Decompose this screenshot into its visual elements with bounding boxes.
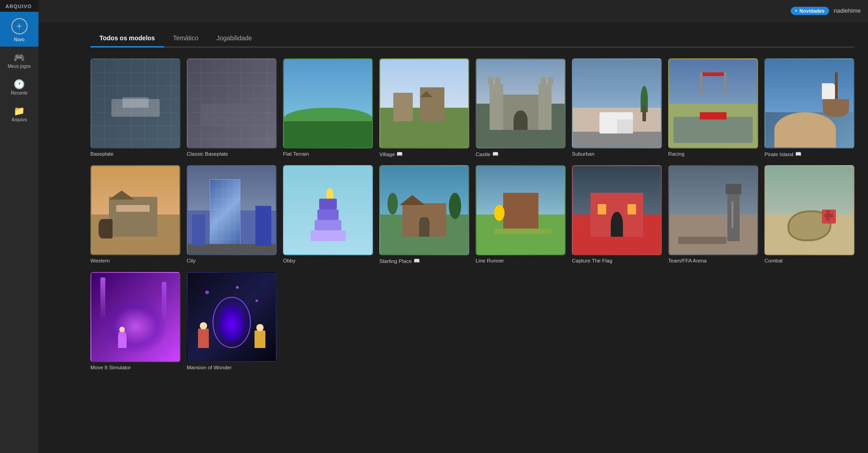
template-baseplate[interactable]: Baseplate xyxy=(90,58,180,157)
thumb-village xyxy=(379,58,469,148)
thumb-city xyxy=(187,165,277,255)
template-ctf[interactable]: Capture The Flag xyxy=(572,165,662,264)
card-label-ctf: Capture The Flag xyxy=(572,258,662,263)
templates-grid: Baseplate Classic Baseplate Flat Terrain xyxy=(90,58,854,370)
thumb-castle xyxy=(476,58,566,148)
card-label-classic-baseplate: Classic Baseplate xyxy=(187,151,277,157)
template-mansion[interactable]: Mansion of Wonder xyxy=(187,272,277,370)
thumb-obby xyxy=(283,165,373,255)
template-classic-baseplate[interactable]: Classic Baseplate xyxy=(187,58,277,157)
topbar: Novidades nadiehime xyxy=(38,0,868,22)
clock-icon: 🕐 xyxy=(14,80,25,89)
book-icon-pirate: 📖 xyxy=(795,151,802,157)
template-racing[interactable]: Racing xyxy=(668,58,758,157)
novidades-badge[interactable]: Novidades xyxy=(791,7,829,15)
template-pirate-island[interactable]: Pirate Island 📖 xyxy=(764,58,854,157)
card-label-obby: Obby xyxy=(283,258,373,263)
template-starting-place[interactable]: Starting Place 📖 xyxy=(379,165,469,264)
sidebar: ARQUIVO + Novo 🎮 Meus jogos 🕐 Recente 📁 … xyxy=(0,0,38,453)
template-line-runner[interactable]: Line Runner xyxy=(476,165,566,264)
thumb-linerunner xyxy=(476,165,566,255)
plus-icon: + xyxy=(11,18,28,34)
card-label-baseplate: Baseplate xyxy=(90,151,180,157)
card-label-flat-terrain: Flat Terrain xyxy=(283,151,373,157)
card-label-line-runner: Line Runner xyxy=(476,258,566,263)
thumb-teamffa xyxy=(668,165,758,255)
topbar-right: Novidades nadiehime xyxy=(791,7,861,15)
template-obby[interactable]: Obby xyxy=(283,165,373,264)
template-village[interactable]: Village 📖 xyxy=(379,58,469,157)
sidebar-item-recente[interactable]: 🕐 Recente xyxy=(0,73,38,100)
main-content: Todos os modelos Temático Jogabilidade B… xyxy=(77,22,868,453)
book-icon-castle: 📖 xyxy=(492,151,499,157)
template-combat[interactable]: Combat xyxy=(764,165,854,264)
sidebar-label-meusjogos: Meus jogos xyxy=(8,64,31,69)
card-label-suburban: Suburban xyxy=(572,151,662,157)
thumb-suburban xyxy=(572,58,662,148)
card-label-combat: Combat xyxy=(764,258,854,263)
sidebar-item-novo[interactable]: + Novo xyxy=(0,12,38,47)
thumb-racing xyxy=(668,58,758,148)
tabs-bar: Todos os modelos Temático Jogabilidade xyxy=(90,31,854,48)
sidebar-item-arquivo[interactable]: 📁 Arquivo xyxy=(0,100,38,127)
thumb-classic-baseplate xyxy=(187,58,277,148)
tab-tematico[interactable]: Temático xyxy=(164,31,208,48)
username-label: nadiehime xyxy=(834,7,861,14)
tab-jogabilidade[interactable]: Jogabilidade xyxy=(208,31,261,48)
games-icon: 🎮 xyxy=(14,53,25,62)
thumb-baseplate xyxy=(90,58,180,148)
card-label-city: City xyxy=(187,258,277,263)
thumb-mansion xyxy=(187,272,277,362)
sidebar-label-novo: Novo xyxy=(14,37,24,42)
sidebar-label-recente: Recente xyxy=(11,91,28,95)
book-icon-starting: 📖 xyxy=(414,258,420,264)
card-label-castle: Castle 📖 xyxy=(476,151,566,157)
template-western[interactable]: Western xyxy=(90,165,180,264)
card-label-village: Village 📖 xyxy=(379,151,469,157)
book-icon-village: 📖 xyxy=(396,151,403,157)
thumb-starting xyxy=(379,165,469,255)
card-label-starting-place: Starting Place 📖 xyxy=(379,258,469,264)
card-label-mansion: Mansion of Wonder xyxy=(187,365,277,370)
thumb-ctf xyxy=(572,165,662,255)
thumb-western xyxy=(90,165,180,255)
sidebar-item-meusjogos[interactable]: 🎮 Meus jogos xyxy=(0,47,38,73)
card-label-western: Western xyxy=(90,258,180,263)
template-castle[interactable]: Castle 📖 xyxy=(476,58,566,157)
tab-todos[interactable]: Todos os modelos xyxy=(90,31,164,48)
template-city[interactable]: City xyxy=(187,165,277,264)
template-move-it[interactable]: Move It Simulator xyxy=(90,272,180,370)
card-label-teamffa: Team/FFA Arena xyxy=(668,258,758,263)
thumb-combat xyxy=(764,165,854,255)
sidebar-label-arquivo: Arquivo xyxy=(12,117,27,122)
thumb-flat-terrain xyxy=(283,58,373,148)
card-label-racing: Racing xyxy=(668,151,758,157)
template-teamffa[interactable]: Team/FFA Arena xyxy=(668,165,758,264)
sidebar-header: ARQUIVO xyxy=(0,0,38,12)
template-flat-terrain[interactable]: Flat Terrain xyxy=(283,58,373,157)
card-label-pirate-island: Pirate Island 📖 xyxy=(764,151,854,157)
thumb-pirate xyxy=(764,58,854,148)
folder-icon: 📁 xyxy=(14,106,25,115)
thumb-moveit xyxy=(90,272,180,362)
card-label-move-it: Move It Simulator xyxy=(90,365,180,370)
template-suburban[interactable]: Suburban xyxy=(572,58,662,157)
